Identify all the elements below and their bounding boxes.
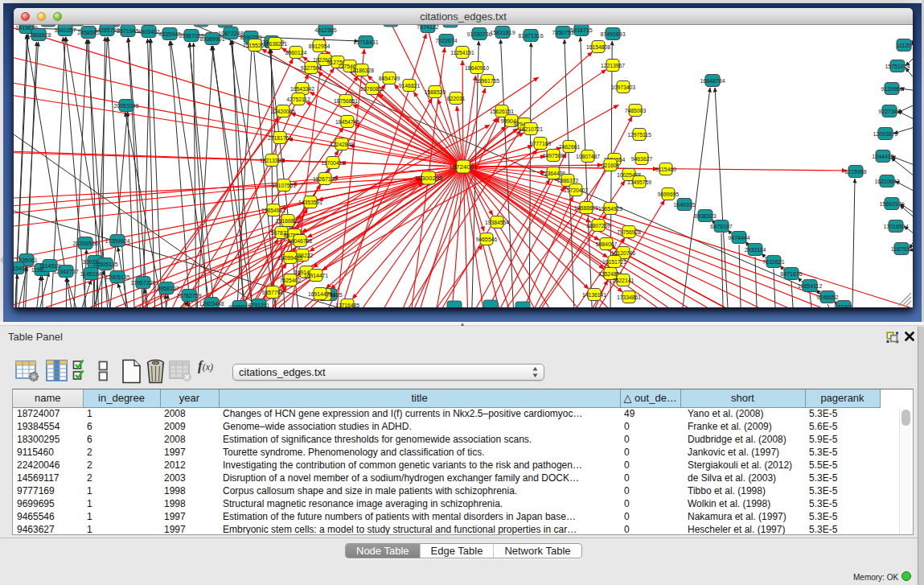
svg-text:16961755: 16961755: [475, 78, 499, 84]
svg-text:9777169: 9777169: [530, 141, 552, 146]
svg-text:8454749: 8454749: [379, 76, 400, 81]
svg-text:7022674: 7022674: [435, 38, 457, 43]
svg-text:7632621: 7632621: [762, 259, 784, 265]
svg-text:8791211: 8791211: [248, 303, 270, 308]
svg-text:42752112: 42752112: [286, 97, 310, 102]
svg-text:9146821: 9146821: [399, 83, 421, 89]
svg-text:12213967: 12213967: [601, 63, 625, 68]
svg-text:9327508: 9327508: [301, 65, 322, 71]
svg-text:14099465: 14099465: [278, 255, 302, 261]
svg-text:11254191: 11254191: [450, 50, 474, 56]
svg-text:4903402: 4903402: [138, 29, 159, 35]
svg-text:18267130: 18267130: [313, 176, 337, 182]
svg-text:91030736: 91030736: [466, 31, 491, 37]
svg-text:9245012: 9245012: [228, 304, 250, 308]
svg-text:14353591: 14353591: [298, 200, 322, 205]
svg-text:1145194: 1145194: [80, 271, 102, 277]
svg-text:1114519: 1114519: [39, 263, 60, 269]
svg-text:26760811: 26760811: [360, 86, 384, 92]
svg-text:9463627: 9463627: [631, 156, 653, 162]
svg-text:18756851: 18756851: [334, 98, 358, 104]
svg-text:8471676: 8471676: [780, 271, 802, 277]
svg-text:22420046: 22420046: [271, 109, 295, 114]
svg-text:973301: 973301: [834, 304, 852, 308]
svg-text:7485003: 7485003: [625, 108, 647, 113]
svg-text:1244415: 1244415: [872, 154, 893, 159]
svg-text:20206536: 20206536: [72, 241, 97, 246]
svg-text:9474444: 9474444: [728, 235, 749, 241]
svg-text:6497508: 6497508: [543, 153, 565, 159]
svg-text:8960124: 8960124: [285, 50, 307, 56]
svg-text:12905135: 12905135: [105, 274, 129, 280]
svg-text:27181761: 27181761: [268, 135, 292, 141]
svg-text:8938923: 8938923: [694, 213, 716, 219]
svg-text:7625402: 7625402: [280, 278, 302, 283]
svg-text:5984067: 5984067: [596, 241, 618, 247]
svg-text:10973403: 10973403: [611, 84, 635, 90]
svg-text:4335942: 4335942: [158, 31, 180, 37]
svg-text:13495759: 13495759: [627, 179, 651, 185]
svg-text:16154808: 16154808: [586, 44, 610, 50]
svg-text:18186328: 18186328: [350, 68, 374, 73]
svg-text:15831819: 15831819: [490, 30, 515, 35]
svg-text:13716485: 13716485: [335, 303, 359, 308]
svg-text:10807487: 10807487: [576, 154, 600, 159]
svg-text:9227342: 9227342: [878, 109, 900, 114]
svg-text:10107551: 10107551: [272, 183, 296, 188]
svg-text:2571945: 2571945: [117, 28, 138, 34]
svg-text:7374122: 7374122: [417, 25, 438, 30]
svg-text:16648784: 16648784: [700, 78, 725, 84]
svg-text:1640935: 1640935: [673, 202, 695, 208]
svg-text:19166821: 19166821: [276, 218, 300, 224]
svg-text:12093872: 12093872: [873, 131, 897, 137]
svg-text:7462661: 7462661: [559, 144, 581, 150]
svg-text:18640910: 18640910: [465, 65, 489, 71]
svg-text:12923448: 12923448: [199, 301, 224, 307]
svg-text:7986372: 7986372: [557, 178, 579, 183]
svg-text:10654112: 10654112: [798, 283, 823, 289]
svg-text:11120: 11120: [897, 43, 912, 48]
svg-text:15626151: 15626151: [490, 109, 514, 114]
svg-text:4612365: 4612365: [314, 27, 336, 33]
svg-text:822031: 822031: [447, 96, 466, 101]
svg-text:9465546: 9465546: [476, 237, 498, 242]
svg-text:16151721: 16151721: [602, 259, 626, 265]
svg-text:42868828: 42868828: [26, 32, 51, 38]
svg-text:18807269: 18807269: [586, 223, 610, 229]
svg-text:12242848: 12242848: [330, 142, 354, 147]
svg-text:16543342: 16543342: [290, 86, 314, 92]
svg-text:9857791: 9857791: [262, 290, 284, 295]
svg-text:16210643: 16210643: [874, 179, 899, 184]
svg-text:89089901: 89089901: [199, 36, 224, 42]
svg-text:16782759: 16782759: [176, 293, 201, 299]
svg-text:5918715: 5918715: [570, 27, 592, 33]
svg-text:8912954: 8912954: [309, 43, 331, 49]
svg-text:19654981: 19654981: [261, 208, 285, 213]
svg-text:16210721: 16210721: [519, 126, 543, 132]
svg-text:10958107: 10958107: [154, 286, 179, 291]
svg-text:3341057: 3341057: [54, 27, 76, 33]
svg-text:18300295: 18300295: [414, 175, 443, 182]
svg-text:14136141: 14136141: [582, 292, 606, 298]
svg-text:17016504: 17016504: [883, 224, 908, 229]
svg-text:16120746: 16120746: [611, 250, 635, 256]
svg-text:10046788: 10046788: [288, 238, 312, 244]
svg-text:19654923: 19654923: [598, 206, 622, 212]
svg-text:621601: 621601: [602, 163, 620, 168]
svg-text:1167533: 1167533: [891, 246, 913, 252]
svg-text:12505135: 12505135: [92, 262, 117, 267]
svg-text:9129966: 9129966: [881, 86, 902, 92]
svg-text:2933114: 2933114: [745, 247, 766, 253]
svg-text:9115460: 9115460: [655, 167, 676, 172]
svg-text:18724007: 18724007: [449, 163, 478, 171]
svg-text:23718431: 23718431: [353, 39, 378, 45]
svg-text:1588520: 1588520: [425, 89, 446, 95]
svg-text:14265799: 14265799: [94, 27, 119, 33]
svg-text:9245652: 9245652: [816, 295, 838, 300]
svg-text:11700411: 11700411: [321, 160, 344, 166]
svg-text:16914471: 16914471: [304, 273, 328, 278]
svg-text:87490893: 87490893: [600, 31, 625, 37]
svg-text:12213383: 12213383: [260, 158, 284, 163]
svg-text:9699695: 9699695: [658, 192, 680, 197]
svg-text:3915411: 3915411: [14, 266, 27, 271]
